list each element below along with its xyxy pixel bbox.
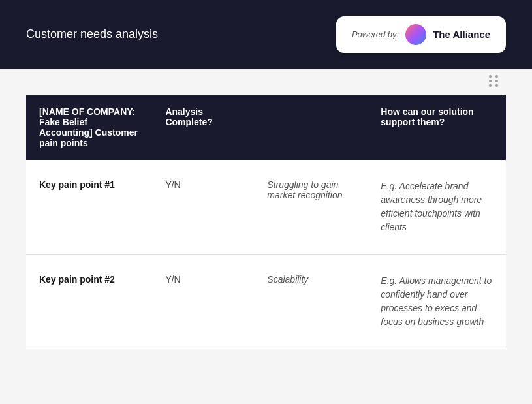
support-1-value: E.g. Accelerate brand awareness through … [368, 160, 506, 255]
alliance-name: The Alliance [433, 29, 490, 40]
pain-point-2-label: Key pain point #2 [26, 255, 152, 349]
powered-by-label: Powered by: [352, 29, 399, 39]
analysis-table: [NAME OF COMPANY: Fake Belief Accounting… [26, 95, 506, 349]
support-2-value: E.g. Allows management to confidently ha… [368, 255, 506, 349]
analysis-2-value: Y/N [152, 255, 254, 349]
powered-by-card: Powered by: The Alliance [336, 16, 506, 53]
analysis-1-value: Y/N [152, 160, 254, 255]
description-1-value: Struggling to gain market recognition [254, 160, 368, 255]
table-header-row: [NAME OF COMPANY: Fake Belief Accounting… [26, 95, 506, 160]
header: Customer needs analysis Powered by: The … [0, 0, 532, 69]
col-header-support: How can our solution support them? [368, 95, 506, 160]
col-header-pain-points: [NAME OF COMPANY: Fake Belief Accounting… [26, 95, 152, 160]
alliance-logo-icon [405, 24, 426, 45]
col-header-analysis: Analysis Complete? [152, 95, 254, 160]
col-header-description [254, 95, 368, 160]
page-title: Customer needs analysis [26, 27, 158, 41]
drag-handle-icon[interactable] [489, 75, 499, 87]
description-2-value: Scalability [254, 255, 368, 349]
main-content: [NAME OF COMPANY: Fake Belief Accounting… [0, 69, 532, 362]
table-row: Key pain point #1 Y/N Struggling to gain… [26, 160, 506, 255]
pain-point-1-label: Key pain point #1 [26, 160, 152, 255]
table-row: Key pain point #2 Y/N Scalability E.g. A… [26, 255, 506, 349]
